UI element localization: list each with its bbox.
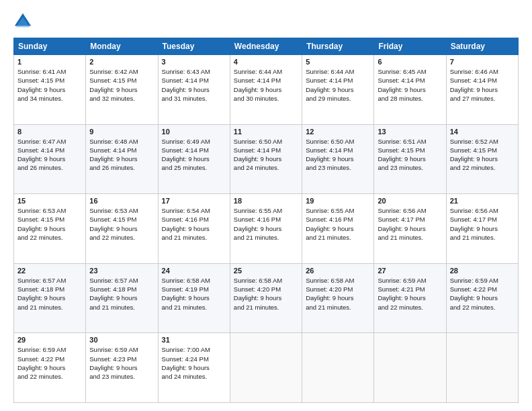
page: SundayMondayTuesdayWednesdayThursdayFrid…: [0, 0, 532, 411]
day-number: 28: [450, 267, 515, 275]
calendar-week-1: 1Sunrise: 6:41 AMSunset: 4:15 PMDaylight…: [14, 55, 519, 125]
calendar-cell: 5Sunrise: 6:44 AMSunset: 4:14 PMDaylight…: [302, 55, 374, 125]
day-info: Sunset: 4:16 PM: [162, 215, 226, 224]
day-info: Sunrise: 6:59 AM: [89, 345, 154, 354]
calendar-cell: 21Sunrise: 6:56 AMSunset: 4:17 PMDayligh…: [446, 194, 518, 264]
day-number: 16: [89, 197, 154, 205]
day-info: Sunrise: 6:50 AM: [234, 137, 298, 146]
day-info: Sunrise: 6:59 AM: [17, 345, 82, 354]
day-number: 30: [89, 336, 154, 344]
day-info: Sunrise: 6:48 AM: [89, 137, 154, 146]
day-info: Daylight: 9 hours: [234, 154, 298, 163]
calendar-header-friday: Friday: [374, 38, 446, 55]
calendar-cell: 2Sunrise: 6:42 AMSunset: 4:15 PMDaylight…: [86, 55, 158, 125]
day-info: and 24 minutes.: [234, 163, 298, 172]
day-info: Sunrise: 6:51 AM: [378, 137, 442, 146]
day-number: 14: [450, 128, 515, 136]
day-number: 21: [450, 197, 515, 205]
day-info: Sunset: 4:17 PM: [450, 215, 515, 224]
day-info: Daylight: 9 hours: [89, 154, 154, 163]
calendar-cell: [446, 333, 518, 403]
day-number: 27: [378, 267, 442, 275]
day-info: Sunset: 4:14 PM: [234, 76, 298, 85]
calendar-cell: 14Sunrise: 6:52 AMSunset: 4:15 PMDayligh…: [446, 124, 518, 194]
day-number: 7: [450, 58, 515, 66]
day-info: Sunset: 4:14 PM: [89, 146, 154, 154]
day-info: Daylight: 9 hours: [162, 85, 226, 94]
day-info: Sunrise: 6:45 AM: [378, 67, 442, 76]
day-info: and 22 minutes.: [378, 303, 442, 312]
calendar-cell: 19Sunrise: 6:55 AMSunset: 4:16 PMDayligh…: [302, 194, 374, 264]
calendar-cell: 27Sunrise: 6:59 AMSunset: 4:21 PMDayligh…: [374, 263, 446, 333]
day-info: Daylight: 9 hours: [378, 85, 442, 94]
day-number: 13: [378, 128, 442, 136]
day-info: Sunrise: 6:59 AM: [378, 276, 442, 285]
day-info: Sunrise: 6:44 AM: [234, 67, 298, 76]
day-info: Sunrise: 6:43 AM: [162, 67, 226, 76]
day-info: Sunset: 4:22 PM: [17, 355, 82, 363]
calendar-cell: 4Sunrise: 6:44 AMSunset: 4:14 PMDaylight…: [230, 55, 302, 125]
day-number: 15: [17, 197, 82, 205]
calendar-week-4: 22Sunrise: 6:57 AMSunset: 4:18 PMDayligh…: [14, 263, 519, 333]
day-number: 25: [234, 267, 298, 275]
day-number: 20: [378, 197, 442, 205]
calendar-header-saturday: Saturday: [446, 38, 518, 55]
day-info: and 25 minutes.: [162, 163, 226, 172]
day-info: and 23 minutes.: [89, 372, 154, 381]
day-number: 23: [89, 267, 154, 275]
calendar-week-3: 15Sunrise: 6:53 AMSunset: 4:15 PMDayligh…: [14, 194, 519, 264]
day-info: and 22 minutes.: [450, 303, 515, 312]
calendar-cell: 23Sunrise: 6:57 AMSunset: 4:18 PMDayligh…: [86, 263, 158, 333]
day-info: Sunrise: 6:53 AM: [89, 206, 154, 215]
day-info: Daylight: 9 hours: [306, 85, 370, 94]
day-info: Daylight: 9 hours: [89, 85, 154, 94]
day-number: 4: [234, 58, 298, 66]
day-info: Daylight: 9 hours: [306, 224, 370, 233]
day-info: and 24 minutes.: [162, 372, 226, 381]
day-info: and 22 minutes.: [17, 233, 82, 242]
day-info: Daylight: 9 hours: [162, 293, 226, 302]
day-info: Sunrise: 6:56 AM: [450, 206, 515, 215]
day-info: Sunset: 4:15 PM: [17, 215, 82, 224]
day-info: Daylight: 9 hours: [162, 224, 226, 233]
day-info: and 31 minutes.: [162, 94, 226, 103]
day-info: and 22 minutes.: [450, 163, 515, 172]
day-info: Daylight: 9 hours: [162, 154, 226, 163]
day-info: Daylight: 9 hours: [234, 224, 298, 233]
day-number: 3: [162, 58, 226, 66]
day-info: Sunset: 4:14 PM: [378, 76, 442, 85]
day-info: and 21 minutes.: [89, 303, 154, 312]
day-info: Sunrise: 6:54 AM: [162, 206, 226, 215]
day-info: Daylight: 9 hours: [450, 154, 515, 163]
calendar-cell: [374, 333, 446, 403]
day-info: and 34 minutes.: [17, 94, 82, 103]
day-info: Sunrise: 7:00 AM: [162, 345, 226, 354]
calendar-cell: 10Sunrise: 6:49 AMSunset: 4:14 PMDayligh…: [158, 124, 230, 194]
day-number: 22: [17, 267, 82, 275]
day-info: Sunset: 4:16 PM: [306, 215, 370, 224]
day-info: Sunset: 4:14 PM: [17, 146, 82, 154]
day-info: Sunrise: 6:52 AM: [450, 137, 515, 146]
calendar-cell: 7Sunrise: 6:46 AMSunset: 4:14 PMDaylight…: [446, 55, 518, 125]
logo-icon: [13, 12, 32, 31]
calendar-cell: 11Sunrise: 6:50 AMSunset: 4:14 PMDayligh…: [230, 124, 302, 194]
day-info: and 21 minutes.: [162, 303, 226, 312]
day-number: 8: [17, 128, 82, 136]
day-info: Daylight: 9 hours: [306, 154, 370, 163]
calendar-header-monday: Monday: [86, 38, 158, 55]
day-info: Sunrise: 6:42 AM: [89, 67, 154, 76]
day-number: 19: [306, 197, 370, 205]
day-info: and 27 minutes.: [450, 94, 515, 103]
day-info: Sunset: 4:15 PM: [17, 76, 82, 85]
day-number: 26: [306, 267, 370, 275]
day-info: and 21 minutes.: [162, 233, 226, 242]
calendar-cell: 29Sunrise: 6:59 AMSunset: 4:22 PMDayligh…: [14, 333, 86, 403]
calendar-cell: 25Sunrise: 6:58 AMSunset: 4:20 PMDayligh…: [230, 263, 302, 333]
calendar-cell: 30Sunrise: 6:59 AMSunset: 4:23 PMDayligh…: [86, 333, 158, 403]
calendar-cell: 8Sunrise: 6:47 AMSunset: 4:14 PMDaylight…: [14, 124, 86, 194]
day-info: Daylight: 9 hours: [378, 224, 442, 233]
day-number: 24: [162, 267, 226, 275]
day-number: 2: [89, 58, 154, 66]
calendar-header-tuesday: Tuesday: [158, 38, 230, 55]
day-info: and 21 minutes.: [450, 233, 515, 242]
